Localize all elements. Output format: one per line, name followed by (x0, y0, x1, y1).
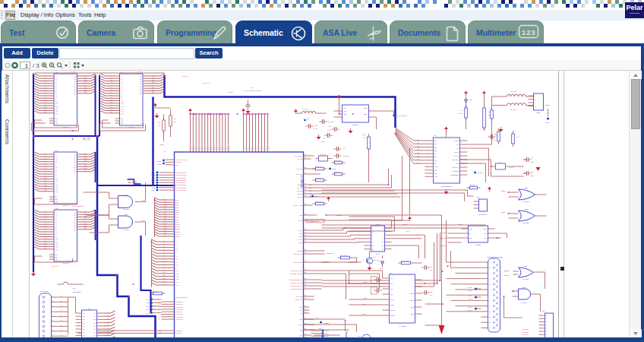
svg-text:A5: A5 (44, 223, 47, 224)
svg-text:A0: A0 (44, 153, 47, 154)
svg-text:R2in: R2in (411, 313, 415, 315)
svg-text:A1: A1 (110, 77, 113, 78)
svg-text:A0: A0 (44, 74, 47, 76)
svg-text:RD/WR3: RD/WR3 (522, 337, 529, 337)
svg-text:PWT: PWT (298, 220, 303, 221)
svg-text:A15: A15 (55, 191, 58, 192)
svg-text:DMACK: DMACK (453, 166, 459, 168)
svg-text:A4: A4 (110, 84, 113, 86)
svg-text:hpl_ln_2: hpl_ln_2 (204, 82, 211, 84)
svg-text:123: 123 (522, 29, 536, 37)
svg-text:Smp: Smp (546, 122, 550, 123)
svg-text:64: 64 (305, 308, 307, 309)
svg-text:A14: A14 (121, 110, 125, 112)
svg-text:A1: A1 (44, 77, 47, 78)
svg-text:A3: A3 (163, 249, 166, 250)
svg-text:TP26: TP26 (151, 187, 156, 188)
svg-text:L2 Ferrite: L2 Ferrite (510, 109, 518, 110)
svg-text:D5: D5 (84, 87, 87, 88)
svg-text:A3: A3 (44, 81, 47, 83)
svg-text:10k: 10k (174, 121, 177, 122)
svg-text:D7: D7 (84, 227, 87, 229)
svg-text:J8: J8 (61, 334, 63, 335)
svg-text:R24 10k: R24 10k (341, 255, 348, 256)
svg-text:A6: A6 (44, 225, 47, 226)
svg-text:PWM1C0PS1: PWM1C0PS1 (175, 174, 187, 176)
svg-text:A2C/NC4: A2C/NC4 (175, 311, 183, 312)
svg-text:R8: R8 (517, 136, 520, 138)
svg-text:A15: A15 (43, 247, 47, 249)
svg-text:D4: D4 (84, 220, 87, 222)
svg-text:A14: A14 (43, 109, 47, 110)
svg-text:Y1: Y1 (314, 159, 317, 160)
svg-text:A1: A1 (44, 213, 47, 214)
svg-text:RTS: RTS (364, 297, 368, 299)
svg-text:TP2: TP2 (146, 302, 150, 303)
svg-text:DTR: DTR (469, 290, 472, 291)
svg-text:8: 8 (52, 329, 54, 331)
svg-text:A2: A2 (44, 79, 47, 81)
svg-text:VCC1: VCC1 (454, 140, 459, 141)
svg-text:CLKOUT: CLKOUT (452, 159, 459, 160)
svg-text:JOYSTICK: JOYSTICK (40, 290, 49, 292)
svg-text:74HC32: 74HC32 (522, 222, 529, 223)
svg-text:J4: J4 (61, 315, 63, 316)
svg-text:10: 10 (305, 294, 307, 296)
svg-text:DMREQ: DMREQ (453, 170, 459, 172)
svg-text:3/CR3DAOPC1: 3/CR3DAOPC1 (290, 273, 303, 274)
svg-text:L1 Ferrite: L1 Ferrite (510, 90, 518, 92)
svg-text:D14: D14 (163, 232, 167, 233)
svg-text:D15a: D15a (175, 236, 180, 237)
svg-text:CE: CE (55, 254, 58, 255)
svg-text:1uF: 1uF (430, 269, 433, 271)
svg-text:TP9: TP9 (307, 118, 311, 119)
svg-text:35pF: 35pF (531, 161, 535, 163)
svg-text:D6: D6 (164, 213, 167, 214)
svg-text:74HC00: 74HC00 (123, 208, 130, 210)
svg-text:C14: C14 (430, 266, 434, 268)
svg-text:A10: A10 (43, 235, 47, 236)
svg-text:XTAL1: XTAL1 (453, 151, 459, 153)
svg-text:TP2b: TP2b (157, 163, 162, 165)
svg-text:21: 21 (305, 185, 307, 187)
svg-text:W2Ch: W2Ch (501, 211, 507, 213)
svg-text:C2-: C2- (390, 293, 393, 295)
svg-text:29: 29 (305, 322, 307, 324)
svg-text:23: 23 (305, 336, 307, 337)
svg-text:D14a: D14a (175, 233, 180, 235)
svg-text:A4: A4 (163, 252, 166, 253)
svg-text:D3: D3 (84, 81, 87, 83)
svg-text:A10: A10 (55, 236, 58, 238)
svg-text:A5: A5 (44, 165, 47, 166)
svg-text:BZ1: BZ1 (358, 335, 362, 337)
svg-text:D4: D4 (418, 152, 421, 154)
svg-text:A12: A12 (109, 104, 113, 106)
svg-text:TP19: TP19 (325, 333, 330, 334)
svg-text:A2C/NC0: A2C/NC0 (175, 301, 183, 302)
svg-text:U4: U4 (390, 272, 393, 274)
svg-text:J2: J2 (61, 305, 63, 306)
svg-text:64: 64 (305, 192, 307, 193)
svg-text:A3: A3 (44, 160, 47, 161)
svg-text:RESET: RESET (336, 214, 343, 217)
svg-text:2: 2 (52, 300, 54, 302)
svg-text:C5: C5 (532, 171, 535, 173)
svg-text:D6a: D6a (175, 214, 179, 215)
svg-text:D0: D0 (84, 153, 87, 154)
svg-text:C10: C10 (315, 125, 319, 126)
svg-text:RG1: RG1 (157, 122, 161, 123)
svg-text:TP3: TP3 (146, 306, 150, 307)
svg-text:U8B: U8B (524, 208, 528, 210)
svg-text:R1out: R1out (390, 309, 395, 311)
svg-text:560R: 560R (459, 112, 463, 114)
svg-text:10k: 10k (363, 137, 366, 138)
svg-text:PWM3C0PS3: PWM3C0PS3 (175, 179, 187, 181)
svg-text:A2C/NC1: A2C/NC1 (175, 303, 183, 305)
svg-text:NMI: NMI (175, 164, 179, 166)
svg-text:3: 3 (159, 303, 160, 305)
svg-text:XTAL2: XTAL2 (453, 155, 459, 157)
svg-text:U7A: U7A (125, 194, 128, 195)
svg-text:J6: J6 (61, 325, 63, 326)
svg-text:CS: CS (434, 169, 437, 171)
svg-text:TXD: TXD (364, 281, 368, 283)
